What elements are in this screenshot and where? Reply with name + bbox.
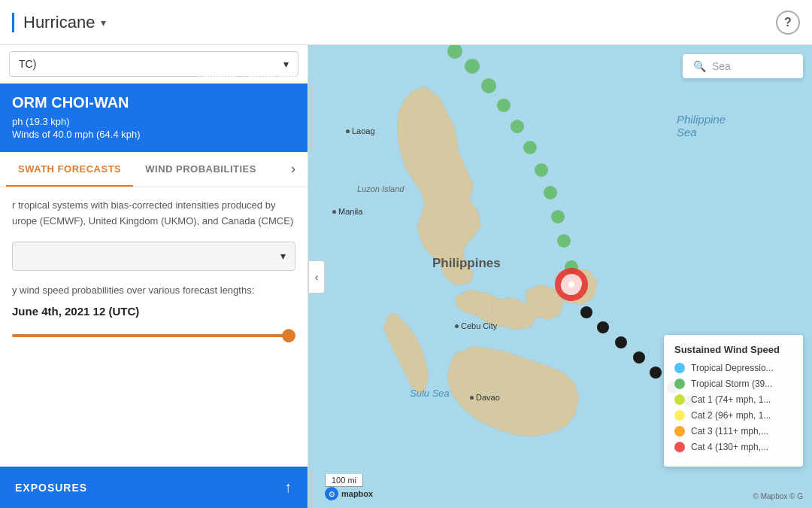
slider-track: [12, 334, 295, 337]
legend-panel: Sustained Wind Speed Tropical Depressio.…: [664, 335, 803, 467]
legend-color-tropical-depression: [674, 363, 685, 373]
storm-details-left: ORM CHOI-WAN ph (19.3 kph) Winds of 40.0…: [12, 94, 141, 141]
city-davao: Davao: [470, 393, 500, 402]
city-name-davao: Davao: [476, 393, 500, 402]
legend-item-5: Cat 4 (130+ mph,...: [674, 442, 792, 452]
description-text: r tropical systems with bias-corrected i…: [12, 198, 295, 230]
storm-info-panel: ORM CHOI-WAN ph (19.3 kph) Winds of 40.0…: [0, 84, 308, 152]
collapse-icon: ‹: [315, 271, 319, 283]
legend-label-tropical-depression: Tropical Depressio...: [691, 363, 774, 373]
legend-item-3: Cat 2 (96+ mph, 1...: [674, 410, 792, 421]
scale-bar: 100 mi: [325, 474, 363, 487]
city-name-luzon: Luzon Island: [357, 184, 404, 193]
utc-value: TC): [19, 58, 36, 70]
city-dot-davao: [470, 396, 474, 400]
legend-label-cat4: Cat 4 (130+ mph,...: [691, 442, 768, 452]
legend-label-cat2: Cat 2 (96+ mph, 1...: [691, 410, 771, 421]
city-dot-cebu: [455, 324, 459, 328]
forecast-dropdown-arrow: ▾: [280, 248, 286, 264]
collapse-panel-button[interactable]: ‹: [308, 260, 325, 294]
storm-name: ORM CHOI-WAN: [12, 94, 141, 111]
legend-item-1: Tropical Storm (39...: [674, 379, 792, 389]
header: Hurricane ▾ ?: [0, 0, 812, 45]
legend-color-cat1: [674, 394, 685, 405]
storm-speed: ph (19.3 kph): [12, 116, 141, 127]
header-dropdown-arrow[interactable]: ▾: [101, 17, 106, 29]
title-area: Hurricane ▾: [12, 13, 106, 32]
exposures-label: EXPOSURES: [15, 482, 87, 494]
city-luzon: Luzon Island: [357, 184, 404, 193]
search-bar[interactable]: 🔍 Sea: [683, 54, 803, 78]
help-button[interactable]: ?: [776, 11, 800, 35]
svg-point-3: [551, 210, 565, 224]
mapbox-logo: ⊙ mapbox: [325, 487, 373, 500]
svg-point-16: [615, 336, 627, 348]
city-manila: Manila: [332, 207, 362, 216]
search-icon: 🔍: [693, 60, 706, 72]
main-layout: TC) ▾ ORM CHOI-WAN ph (19.3 kph) Winds o…: [0, 45, 812, 508]
legend-label-tropical-storm: Tropical Storm (39...: [691, 379, 772, 389]
svg-point-4: [544, 186, 557, 199]
utc-dropdown-arrow: ▾: [283, 58, 289, 70]
date-label: June 4th, 2021 12 (UTC): [12, 303, 295, 321]
legend-color-tropical-storm: [674, 379, 685, 389]
legend-item-4: Cat 3 (111+ mph,...: [674, 426, 792, 437]
app-title: Hurricane: [23, 13, 95, 32]
svg-point-6: [523, 141, 537, 154]
mapbox-label: mapbox: [341, 489, 373, 498]
svg-point-10: [465, 59, 480, 74]
svg-point-18: [650, 367, 662, 379]
forecast-dropdown[interactable]: ▾: [12, 242, 295, 271]
city-name-laoag: Laoag: [352, 126, 375, 135]
tab-wind-probabilities[interactable]: WIND PROBABILITIES: [133, 153, 268, 185]
time-slider-container: [12, 331, 295, 349]
tab-more-button[interactable]: ›: [285, 152, 301, 186]
wind-speed-label: y wind speed probabilities over various …: [12, 283, 295, 298]
svg-point-15: [597, 321, 609, 333]
svg-point-9: [481, 78, 496, 93]
storm-info-row: ORM CHOI-WAN ph (19.3 kph) Winds of 40.0…: [12, 94, 295, 141]
forecast-dropdown-row: ▾: [12, 242, 295, 271]
exposures-bar[interactable]: EXPOSURES ↑: [0, 467, 308, 508]
city-name-cebu: Cebu City: [461, 321, 497, 330]
exposures-up-arrow: ↑: [284, 479, 292, 496]
city-cebu: Cebu City: [455, 321, 497, 330]
tab-swath-forecasts[interactable]: SWATH FORECASTS: [6, 153, 133, 187]
svg-point-14: [580, 306, 592, 318]
city-dot-laoag: [346, 129, 350, 133]
tabs-row: SWATH FORECASTS WIND PROBABILITIES ›: [0, 152, 308, 187]
storm-winds: Winds of 40.0 mph (64.4 kph): [12, 129, 141, 140]
svg-point-5: [535, 163, 548, 177]
panel-content: r tropical systems with bias-corrected i…: [0, 187, 308, 467]
city-name-manila: Manila: [338, 207, 362, 216]
svg-point-8: [497, 99, 511, 112]
scale-label: 100 mi: [332, 476, 356, 485]
storm-updated: Updated 7 hours ago: [198, 71, 295, 83]
slider-thumb[interactable]: [282, 329, 295, 342]
legend-item-2: Cat 1 (74+ mph, 1...: [674, 394, 792, 405]
legend-color-cat2: [674, 410, 685, 421]
svg-point-17: [633, 351, 645, 364]
city-dot-manila: [332, 210, 336, 214]
left-panel: TC) ▾ ORM CHOI-WAN ph (19.3 kph) Winds o…: [0, 45, 308, 508]
legend-color-cat4: [674, 442, 685, 452]
legend-label-cat1: Cat 1 (74+ mph, 1...: [691, 394, 771, 405]
legend-item-0: Tropical Depressio...: [674, 363, 792, 373]
svg-point-2: [557, 234, 571, 248]
slider-fill: [12, 334, 295, 337]
svg-point-7: [511, 120, 524, 133]
legend-title: Sustained Wind Speed: [674, 344, 792, 355]
svg-point-12: [568, 281, 574, 287]
map-copyright: © Mapbox © G: [753, 492, 803, 500]
legend-color-cat3: [674, 426, 685, 437]
city-laoag: Laoag: [346, 126, 375, 135]
search-placeholder: Sea: [712, 60, 731, 72]
legend-label-cat3: Cat 3 (111+ mph,...: [691, 426, 768, 437]
map-area[interactable]: PhilippineSea Sulu Sea Philippines Laoag…: [308, 45, 812, 508]
mapbox-logo-icon: ⊙: [325, 487, 338, 500]
